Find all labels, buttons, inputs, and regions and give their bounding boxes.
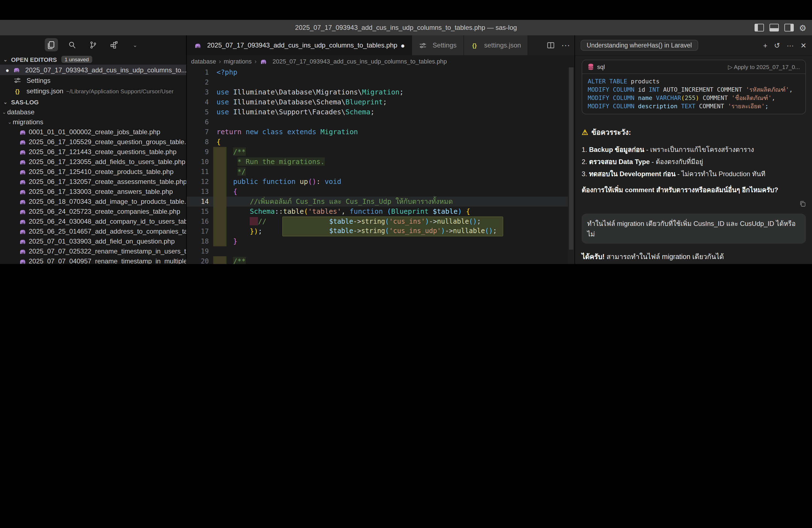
tree-file-0001_01_01_000002_create_jobs_table.php[interactable]: 0001_01_01_000002_create_jobs_table.php xyxy=(0,127,186,137)
tree-item-label: 2025_07_07_040957_rename_timestamp_in_mu… xyxy=(29,258,186,264)
code-line-20[interactable]: 20 /** xyxy=(187,256,575,264)
unsaved-dot-icon[interactable]: ● xyxy=(401,41,405,49)
tree-file-2025_07_01_033903_add_field_on_question.php[interactable]: 2025_07_01_033903_add_field_on_question.… xyxy=(0,236,186,246)
line-number: 18 xyxy=(187,236,212,246)
open-editor-item[interactable]: {}settings.json~/Library/Application Sup… xyxy=(0,86,186,96)
apply-button[interactable]: ▷ Apply to 2025_07_17_0... xyxy=(728,63,800,70)
copy-icon[interactable] xyxy=(799,201,806,207)
breadcrumb[interactable]: database › migrations › 2025_07_17_09394… xyxy=(187,55,575,68)
tree-item-label: 0001_01_01_000002_create_jobs_table.php xyxy=(29,128,160,136)
extensions-icon[interactable] xyxy=(107,38,121,52)
code-line-4[interactable]: 4use Illuminate\Database\Schema\Blueprin… xyxy=(187,97,575,107)
sidebar: ⌄ ⌄ OPEN EDITORS 1 unsaved ●2025_07_17_0… xyxy=(0,35,187,264)
tree-file-2025_06_17_121443_create_questions_table.php[interactable]: 2025_06_17_121443_create_questions_table… xyxy=(0,147,186,157)
tab-settings[interactable]: Settings xyxy=(412,35,464,55)
code-line-6[interactable]: 6 xyxy=(187,117,575,127)
tree-file-2025_06_17_132057_create_assessments_table.php[interactable]: 2025_06_17_132057_create_assessments_tab… xyxy=(0,177,186,187)
new-chat-icon[interactable]: + xyxy=(763,41,767,49)
code-line-1[interactable]: 1<?php xyxy=(187,68,575,77)
tab-settings-json[interactable]: {} settings.json xyxy=(464,35,528,55)
more-actions-icon[interactable]: ··· xyxy=(787,41,794,49)
line-content xyxy=(212,77,575,87)
toggle-right-panel-icon[interactable] xyxy=(784,24,794,31)
chat-messages[interactable]: sql ▷ Apply to 2025_07_17_0... ALTER TAB… xyxy=(575,55,812,264)
line-content: //เพิ่มคอลัมภ์ Cus_Ins และ Cus_Ins_Udp ใ… xyxy=(212,196,575,207)
tree-folder-database[interactable]: ⌄database xyxy=(0,107,186,117)
source-control-icon[interactable] xyxy=(86,38,100,52)
sidebar-toolbar: ⌄ xyxy=(0,35,186,54)
tree-file-2025_07_07_040957_rename_timestamp_in_multiple_t...[interactable]: 2025_07_07_040957_rename_timestamp_in_mu… xyxy=(0,256,186,264)
line-number: 17 xyxy=(187,226,212,236)
project-root-header[interactable]: ⌄ SAS-LOG xyxy=(0,97,186,107)
close-panel-icon[interactable]: ✕ xyxy=(800,41,807,49)
line-content: Schema::table('tables', function (Bluepr… xyxy=(212,207,575,217)
chevron-down-icon[interactable]: ⌄ xyxy=(128,38,142,52)
code-line-13[interactable]: 13 { xyxy=(187,187,575,196)
code-line-8[interactable]: 8{ xyxy=(187,137,575,147)
code-line-3[interactable]: 3use Illuminate\Database\Migrations\Migr… xyxy=(187,87,575,97)
tree-file-2025_06_17_125410_create_products_table.php[interactable]: 2025_06_17_125410_create_products_table.… xyxy=(0,167,186,177)
tree-folder-migrations[interactable]: ⌄migrations xyxy=(0,117,186,127)
php-icon xyxy=(18,148,27,156)
chevron-down-icon: ⌄ xyxy=(1,109,7,115)
line-content: { xyxy=(212,137,575,147)
tree-file-2025_06_24_030048_add_company_id_to_users_tabl...[interactable]: 2025_06_24_030048_add_company_id_to_user… xyxy=(0,217,186,226)
code-line-7[interactable]: 7return new class extends Migration xyxy=(187,127,575,137)
line-content: } xyxy=(212,236,575,246)
code-line-15[interactable]: 15 Schema::table('tables', function (Blu… xyxy=(187,207,575,217)
line-content: /** xyxy=(212,256,575,264)
chat-tab[interactable]: Understanding whereHas() in Laravel xyxy=(581,40,698,51)
line-content: * Run the migrations. xyxy=(212,157,575,167)
php-icon xyxy=(12,66,20,73)
editor-scrollbar[interactable] xyxy=(568,68,575,264)
history-icon[interactable]: ↺ xyxy=(774,41,780,49)
ai-chat-panel: Understanding whereHas() in Laravel + ↺ … xyxy=(575,35,812,264)
tab-migration-file[interactable]: 2025_07_17_093943_add_cus_ins_udp_column… xyxy=(187,35,412,55)
tree-file-2025_06_17_133003_create_answers_table.php[interactable]: 2025_06_17_133003_create_answers_table.p… xyxy=(0,187,186,196)
tree-file-2025_07_07_025322_rename_timestamp_in_users_tab...[interactable]: 2025_07_07_025322_rename_timestamp_in_us… xyxy=(0,246,186,256)
search-icon[interactable] xyxy=(66,38,79,52)
code-line-18[interactable]: 18 } xyxy=(187,236,575,246)
tree-file-2025_06_24_025723_create_companies_table.php[interactable]: 2025_06_24_025723_create_companies_table… xyxy=(0,207,186,217)
explorer-icon[interactable] xyxy=(44,38,58,52)
tree-item-label: migrations xyxy=(13,118,43,126)
split-editor-icon[interactable] xyxy=(547,41,555,49)
gear-icon[interactable]: ⚙ xyxy=(799,24,807,32)
code-line-19[interactable]: 19 xyxy=(187,246,575,256)
line-number: 6 xyxy=(187,117,212,127)
tree-file-2025_06_18_070343_add_image_to_products_table.p...[interactable]: 2025_06_18_070343_add_image_to_products_… xyxy=(0,196,186,207)
code-line-12[interactable]: 12 public function up(): void xyxy=(187,177,575,187)
tree-item-label: 2025_06_18_070343_add_image_to_products_… xyxy=(29,198,186,205)
code-line-14[interactable]: 14 //เพิ่มคอลัมภ์ Cus_Ins และ Cus_Ins_Ud… xyxy=(187,196,575,207)
more-actions-icon[interactable]: ··· xyxy=(561,40,570,50)
breadcrumb-migrations[interactable]: migrations xyxy=(224,58,252,64)
open-editor-item[interactable]: Settings xyxy=(0,75,186,86)
line-number: 7 xyxy=(187,127,212,137)
code-line-2[interactable]: 2 xyxy=(187,77,575,87)
breadcrumb-database[interactable]: database xyxy=(191,58,216,64)
tree-file-2025_06_17_123055_add_fields_to_users_table.php[interactable]: 2025_06_17_123055_add_fields_to_users_ta… xyxy=(0,157,186,167)
code-editor[interactable]: 1<?php23use Illuminate\Database\Migratio… xyxy=(187,68,575,264)
tree-file-2025_06_25_014657_add_address_to_companies_tabl...[interactable]: 2025_06_25_014657_add_address_to_compani… xyxy=(0,226,186,236)
warning-list-item: 1. Backup ข้อมูลก่อน - เพราะเป็นการแก้ไข… xyxy=(582,144,806,156)
editor-column: 2025_07_17_093943_add_cus_ins_udp_column… xyxy=(187,35,575,264)
php-icon xyxy=(18,228,27,235)
code-line-11[interactable]: 11 */ xyxy=(187,167,575,177)
breadcrumb-file[interactable]: 2025_07_17_093943_add_cus_ins_udp_column… xyxy=(273,58,447,64)
line-number: 3 xyxy=(187,87,212,97)
toggle-left-panel-icon[interactable] xyxy=(754,24,764,31)
tree-file-2025_06_17_105529_create_question_groups_table.php[interactable]: 2025_06_17_105529_create_question_groups… xyxy=(0,137,186,147)
line-content xyxy=(212,246,575,256)
line-content xyxy=(212,117,575,127)
tree-item-label: 2025_06_25_014657_add_address_to_compani… xyxy=(29,228,186,235)
editor-tab-bar: 2025_07_17_093943_add_cus_ins_udp_column… xyxy=(187,35,575,55)
open-editors-header[interactable]: ⌄ OPEN EDITORS 1 unsaved xyxy=(0,54,186,64)
php-icon xyxy=(18,198,27,205)
code-line-5[interactable]: 5use Illuminate\Support\Facades\Schema; xyxy=(187,107,575,117)
open-editor-item[interactable]: ●2025_07_17_093943_add_cus_ins_udp_colum… xyxy=(0,64,186,75)
line-number: 13 xyxy=(187,187,212,196)
code-line-9[interactable]: 9 /** xyxy=(187,147,575,157)
toggle-bottom-panel-icon[interactable] xyxy=(769,24,779,31)
assistant-question: ต้องการให้เพิ่ม comment สำหรับตารางหรือค… xyxy=(582,185,806,195)
code-line-10[interactable]: 10 * Run the migrations. xyxy=(187,157,575,167)
